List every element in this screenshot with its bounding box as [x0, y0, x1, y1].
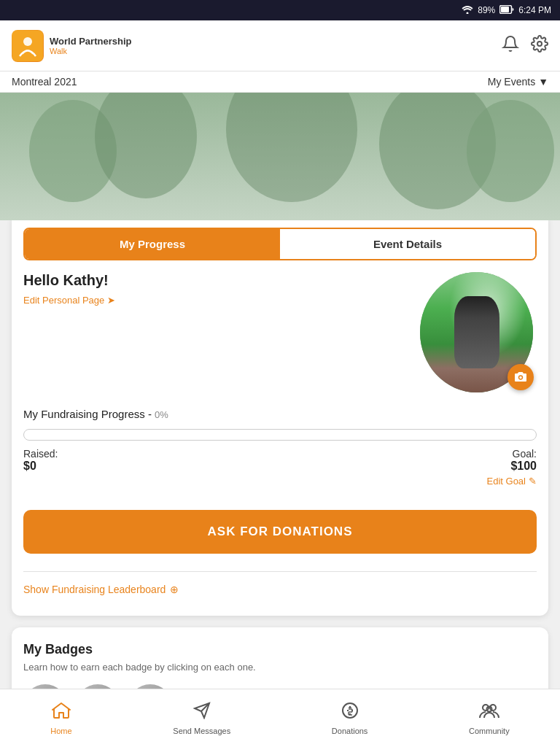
nav-community-label: Community	[469, 727, 510, 735]
show-leaderboard-label: Show Fundraising Leaderboard	[23, 584, 166, 595]
send-icon	[193, 702, 211, 724]
bell-icon[interactable]	[502, 35, 519, 57]
svg-point-0	[467, 12, 469, 14]
show-leaderboard-link[interactable]: Show Fundraising Leaderboard ⊕	[23, 578, 537, 601]
battery-percent: 89%	[478, 5, 495, 15]
sub-header: Montreal 2021 My Events ▼	[0, 71, 560, 93]
ask-for-donations-button[interactable]: ASK FOR DONATIONS	[23, 510, 537, 554]
edit-goal-label: Edit Goal	[487, 476, 526, 487]
greeting: Hello Kathy!	[23, 272, 115, 289]
svg-rect-2	[501, 7, 509, 12]
raised-label: Raised:	[23, 448, 58, 460]
arrow-right-icon: ➤	[107, 295, 115, 306]
progress-bar-container	[23, 429, 537, 441]
my-events-button[interactable]: My Events ▼	[488, 76, 548, 88]
svg-point-19	[343, 703, 357, 718]
logo-title: World Partnership	[50, 36, 131, 47]
logo-subtitle: Walk	[50, 47, 131, 55]
goal-amount: $100	[510, 460, 537, 473]
logo: World Partnership Walk	[12, 30, 131, 62]
progress-card: My Progress Event Details Hello Kathy! E…	[12, 213, 548, 616]
raised-section: Raised: $0	[23, 448, 58, 473]
avatar-container	[420, 272, 537, 396]
hero-image	[0, 93, 560, 220]
edit-personal-page-link[interactable]: Edit Personal Page ➤	[23, 295, 115, 306]
bottom-nav: Home Send Messages Donations	[0, 689, 560, 747]
gear-icon[interactable]	[531, 35, 548, 57]
fundraising-section: My Fundraising Progress - 0% Raised: $0 …	[23, 408, 537, 487]
svg-point-12	[467, 100, 554, 202]
svg-point-5	[537, 42, 542, 46]
main-content: My Progress Event Details Hello Kathy! E…	[0, 213, 560, 747]
time: 6:24 PM	[518, 5, 551, 15]
tabs: My Progress Event Details	[23, 228, 537, 260]
badges-subtitle: Learn how to earn each badge by clicking…	[23, 662, 537, 673]
header-actions	[502, 35, 548, 57]
raised-amount: $0	[23, 460, 36, 473]
goal-section: Goal: $100 Edit Goal ✎	[487, 448, 537, 487]
camera-button[interactable]	[508, 364, 534, 390]
nav-send-messages-label: Send Messages	[173, 727, 230, 735]
location-label: Montreal 2021	[12, 76, 77, 88]
nav-donations-label: Donations	[332, 727, 368, 735]
wifi-icon	[462, 5, 473, 16]
edit-goal-link[interactable]: Edit Goal ✎	[487, 476, 537, 487]
tab-my-progress[interactable]: My Progress	[25, 229, 280, 259]
header: World Partnership Walk	[0, 20, 560, 71]
nav-community[interactable]: Community	[457, 696, 521, 741]
nav-home-label: Home	[50, 727, 71, 735]
battery-icon	[499, 5, 514, 16]
plus-circle-icon: ⊕	[170, 584, 179, 595]
divider	[23, 571, 537, 572]
tab-event-details[interactable]: Event Details	[280, 229, 535, 259]
pencil-icon: ✎	[529, 476, 537, 487]
progress-percent: 0%	[155, 409, 168, 420]
community-icon	[479, 702, 499, 724]
profile-text: Hello Kathy! Edit Personal Page ➤	[23, 272, 115, 306]
home-icon	[52, 702, 71, 724]
status-bar: 89% 6:24 PM	[0, 0, 560, 20]
amounts-row: Raised: $0 Goal: $100 Edit Goal ✎	[23, 448, 537, 487]
nav-home[interactable]: Home	[39, 696, 83, 741]
card-content: Hello Kathy! Edit Personal Page ➤	[12, 272, 548, 616]
logo-icon	[12, 30, 44, 62]
svg-point-4	[23, 37, 32, 46]
donations-icon	[341, 702, 359, 724]
edit-personal-page-label: Edit Personal Page	[23, 295, 104, 306]
nav-send-messages[interactable]: Send Messages	[161, 696, 242, 741]
nav-donations[interactable]: Donations	[320, 696, 380, 741]
goal-label: Goal:	[513, 448, 537, 460]
profile-section: Hello Kathy! Edit Personal Page ➤	[23, 272, 537, 396]
badges-title: My Badges	[23, 642, 537, 657]
logo-text: World Partnership Walk	[50, 36, 131, 56]
fundraising-title: My Fundraising Progress - 0%	[23, 408, 537, 420]
